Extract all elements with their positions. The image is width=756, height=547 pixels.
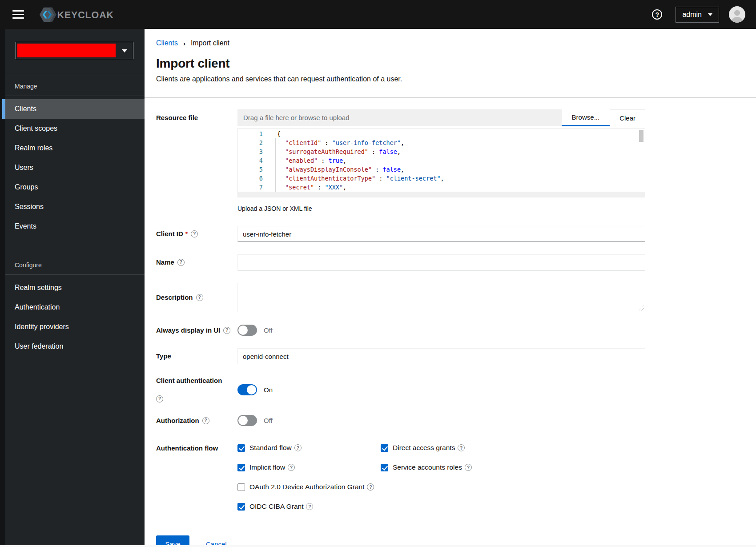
sidebar-item-sessions[interactable]: Sessions [5, 197, 145, 217]
sidebar-item-identity-providers[interactable]: Identity providers [5, 317, 145, 337]
breadcrumb-clients-link[interactable]: Clients [156, 39, 178, 47]
gutter: 1234567 [238, 129, 271, 192]
person-icon [729, 8, 745, 23]
checkbox[interactable] [381, 464, 388, 471]
always-display-switch-row: Off [237, 325, 645, 336]
editor-vertical-scrollbar[interactable] [639, 130, 643, 142]
line-number: 1 [238, 129, 263, 138]
checkbox[interactable] [237, 503, 245, 511]
help-icon[interactable] [177, 259, 185, 266]
import-client-form: Resource file Drag a file here or browse… [145, 98, 645, 547]
user-menu-dropdown[interactable]: admin [676, 7, 719, 23]
description-label: Description [156, 294, 237, 302]
always-display-toggle[interactable] [237, 325, 257, 336]
help-icon[interactable] [458, 444, 465, 451]
toggle-state-label: Off [264, 326, 273, 334]
keycloak-logo: KEYCLOAK [39, 6, 116, 23]
app-header: KEYCLOAK ? admin [0, 0, 756, 29]
nav-group-title: Configure [0, 254, 145, 275]
json-code-editor[interactable]: 1234567 {"clientId" : "user-info-fetcher… [237, 128, 645, 197]
line-number: 2 [238, 138, 263, 147]
sidebar-item-realm-roles[interactable]: Realm roles [5, 138, 145, 158]
help-icon[interactable] [367, 483, 374, 491]
checkbox-label: Implicit flow [249, 463, 285, 471]
user-menu-label: admin [682, 11, 702, 19]
sidebar-item-clients[interactable]: Clients [5, 99, 145, 119]
page-title: Import client [156, 56, 744, 71]
checkbox-label: Direct access grants [393, 444, 455, 452]
breadcrumb: Clients › Import client [156, 39, 744, 47]
nav-group: ConfigureRealm settingsAuthenticationIde… [0, 254, 145, 356]
help-icon[interactable] [288, 464, 295, 471]
checkbox[interactable] [237, 444, 245, 452]
authflow-option-implicit-flow: Implicit flow [237, 463, 381, 471]
help-icon[interactable] [156, 395, 163, 402]
brand-text: KEYCLOAK [57, 9, 114, 20]
line-number: 6 [238, 174, 263, 183]
line-number: 3 [238, 147, 263, 156]
name-label: Name [156, 258, 237, 266]
client-authentication-row: Client authentication On [156, 377, 645, 402]
avatar[interactable] [729, 6, 745, 23]
authentication-flow-row: Authentication flow Standard flowDirect … [156, 444, 645, 511]
sidebar-item-groups[interactable]: Groups [5, 177, 145, 197]
page-subtitle: Clients are applications and services th… [156, 75, 744, 83]
help-icon[interactable] [202, 417, 209, 424]
checkbox-label: Service accounts roles [393, 463, 462, 471]
sidebar-item-users[interactable]: Users [5, 158, 145, 177]
editor-horizontal-scrollbar[interactable] [238, 192, 645, 197]
line-number: 5 [238, 165, 263, 174]
help-icon[interactable] [465, 464, 472, 471]
resource-file-label: Resource file [156, 109, 237, 122]
chevron-down-icon [708, 13, 712, 16]
code-line: "clientId" : "user-info-fetcher", [271, 138, 645, 147]
hamburger-menu-icon[interactable] [12, 10, 24, 19]
client-authentication-toggle[interactable] [237, 384, 257, 395]
client-id-input[interactable] [237, 226, 645, 242]
help-icon[interactable] [191, 230, 198, 237]
always-display-row: Always display in UI Off [156, 325, 645, 336]
name-input[interactable] [237, 254, 645, 270]
description-textarea[interactable] [237, 283, 645, 312]
sidebar-item-user-federation[interactable]: User federation [5, 337, 145, 356]
authentication-flow-options: Standard flowDirect access grantsImplici… [237, 444, 645, 511]
resource-file-row: Resource file Drag a file here or browse… [156, 109, 645, 212]
help-icon[interactable] [306, 503, 313, 510]
client-id-row: Client ID* [156, 226, 645, 242]
breadcrumb-current: Import client [191, 39, 229, 47]
browse-button[interactable]: Browse... [562, 109, 610, 126]
main-content: Clients › Import client Import client Cl… [145, 29, 756, 547]
realm-selector[interactable] [16, 42, 133, 59]
sidebar-nav: ManageClientsClient scopesRealm rolesUse… [0, 74, 145, 356]
file-upload-drop-zone[interactable]: Drag a file here or browse to upload [237, 109, 562, 126]
help-icon[interactable]: ? [652, 9, 662, 20]
code-line: "enabled" : true, [271, 156, 645, 165]
clear-button[interactable]: Clear [610, 109, 645, 126]
authflow-option-oauth-2-0-device-authorization-grant: OAuth 2.0 Device Authorization Grant [237, 483, 381, 491]
window-bottom-edge [0, 545, 756, 547]
code-lines: {"clientId" : "user-info-fetcher","surro… [271, 129, 645, 192]
name-row: Name [156, 254, 645, 270]
client-authentication-switch-row: On [237, 384, 645, 395]
authflow-option-direct-access-grants: Direct access grants [381, 444, 645, 452]
authorization-toggle[interactable] [237, 415, 257, 426]
sidebar-item-authentication[interactable]: Authentication [5, 298, 145, 317]
help-icon[interactable] [294, 444, 302, 451]
realm-name-redacted [17, 44, 116, 57]
help-icon[interactable] [196, 294, 203, 301]
resource-file-control: Drag a file here or browse to upload Bro… [237, 109, 645, 212]
code-line: "clientAuthenticatorType" : "client-secr… [271, 174, 645, 183]
sidebar-item-realm-settings[interactable]: Realm settings [5, 278, 145, 298]
toggle-state-label: On [264, 386, 273, 394]
sidebar-item-client-scopes[interactable]: Client scopes [5, 119, 145, 138]
checkbox[interactable] [381, 444, 388, 452]
keycloak-logo-icon: KEYCLOAK [39, 6, 116, 23]
code-line: "surrogateAuthRequired" : false, [271, 147, 645, 156]
checkbox[interactable] [237, 464, 245, 471]
sidebar: ManageClientsClient scopesRealm rolesUse… [0, 29, 145, 545]
checkbox[interactable] [237, 483, 245, 491]
sidebar-item-events[interactable]: Events [5, 217, 145, 236]
line-number: 4 [238, 156, 263, 165]
type-input[interactable] [237, 348, 645, 364]
help-icon[interactable] [223, 327, 230, 334]
